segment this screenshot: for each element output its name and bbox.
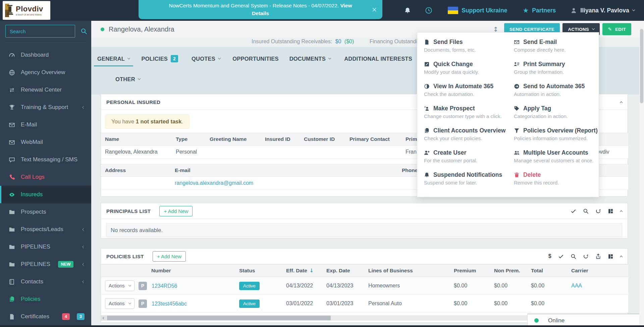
tab-general[interactable]: GENERAL — [94, 47, 133, 70]
menu-item-policies-overview-report[interactable]: Policies Overview (Report)Policies infor… — [514, 127, 599, 149]
eff-date: 04/13/2022 — [282, 277, 322, 295]
sidebar-item-webmail[interactable]: WebMail — [0, 133, 91, 151]
menu-item-send-files[interactable]: Send FilesDocuments, forms, etc. — [424, 39, 514, 61]
sidebar-item-dashboard[interactable]: Dashboard — [0, 46, 91, 64]
columns-icon[interactable] — [608, 208, 613, 214]
col-header[interactable]: Non Prem. — [490, 265, 527, 277]
tab-quotes[interactable]: QUOTES — [188, 47, 224, 70]
col-header[interactable]: E-mail — [171, 164, 398, 177]
agency-logo[interactable]: Plovdiv a touch of art and history — [3, 1, 50, 20]
tab-documents[interactable]: DOCUMENTS — [286, 47, 334, 70]
carrier-link[interactable]: AAA — [571, 283, 582, 288]
sidebar-item-agency-overview[interactable]: Agency Overview — [0, 64, 91, 81]
column-logo-icon — [5, 4, 14, 17]
receivables-paren[interactable]: ($0) — [344, 39, 354, 44]
notifications-bell-icon[interactable] — [404, 7, 411, 14]
menu-item-suspended-notifications[interactable]: Suspended NotificationsSuspend some for … — [424, 171, 514, 194]
col-header[interactable]: Premium — [450, 265, 490, 277]
vertical-scrollbar[interactable] — [639, 21, 644, 327]
col-header[interactable]: Status — [235, 265, 282, 277]
sidebar-item-insureds[interactable]: Insureds — [0, 186, 91, 203]
sidebar-item-pipelines[interactable]: PIPELINES — [0, 238, 91, 256]
menu-item-print-summary[interactable]: Print SummaryGroup the information. — [514, 61, 599, 83]
collapse-icon[interactable] — [620, 210, 623, 213]
receivables-value[interactable]: $0 — [335, 39, 341, 44]
sidebar-item-renewal-center[interactable]: Renewal Center — [0, 81, 91, 99]
multi-select-check-icon[interactable] — [558, 254, 564, 259]
multi-select-check-icon[interactable] — [571, 208, 576, 214]
sidebar-item-pipelines-new[interactable]: PIPELINESNEW — [0, 256, 91, 273]
user-menu[interactable]: Iliyana V. Pavlova — [571, 7, 635, 14]
insured-email-link[interactable]: rangelova.alexandra@gmail.com — [175, 180, 253, 186]
menu-item-create-user[interactable]: Create UserFor the customer portal. — [424, 149, 514, 171]
menu-item-multiple-user-accounts[interactable]: Multiple User AccountsManage several cus… — [514, 149, 599, 171]
col-header[interactable]: Lines of Business — [364, 265, 450, 277]
task-alert[interactable]: You have 1 not started task. — [105, 114, 190, 129]
collapse-icon[interactable] — [620, 101, 623, 104]
menu-item-send-to-automate-365[interactable]: Send to Automate 365Automation in action… — [514, 83, 599, 105]
row-actions-select[interactable]: Actions — [105, 280, 135, 291]
scroll-left-arrow[interactable] — [101, 315, 106, 321]
columns-icon[interactable] — [608, 254, 613, 259]
col-header[interactable]: Carrier — [567, 265, 628, 277]
expand-collapse-icon[interactable]: ↕ — [493, 25, 498, 33]
menu-item-delete[interactable]: DeleteRemove this record. — [514, 171, 599, 194]
history-clock-icon[interactable] — [425, 7, 432, 14]
menu-item-make-prospect[interactable]: Make ProspectChange customer type with a… — [424, 105, 514, 127]
menu-item-send-email[interactable]: Send E-mailCompose directly here. — [514, 39, 599, 61]
col-header[interactable]: Number — [135, 265, 235, 277]
col-header[interactable]: Total — [527, 265, 567, 277]
policy-number-link[interactable]: 1234RD56 — [152, 283, 177, 288]
chat-bubble-icon — [9, 157, 15, 163]
col-header[interactable]: Customer ID — [300, 133, 345, 146]
banner-close-icon[interactable]: × — [372, 5, 377, 14]
collapse-icon[interactable] — [620, 255, 623, 258]
menu-item-apply-tag[interactable]: Apply TagCategorization in action. — [514, 105, 599, 127]
row-actions-select[interactable]: Actions — [105, 298, 135, 309]
search-icon[interactable] — [80, 28, 87, 35]
export-icon[interactable] — [595, 254, 601, 259]
status-badge: Active — [239, 282, 260, 290]
col-header[interactable]: Address — [101, 164, 171, 177]
partners-link[interactable]: ★ Partners — [523, 6, 556, 14]
menu-item-quick-change[interactable]: Quick ChangeModify your data quickly. — [424, 61, 514, 83]
col-header-sorted[interactable]: Eff. Date↓ — [282, 265, 322, 277]
tab-policies[interactable]: POLICIES2 — [138, 47, 181, 70]
sidebar-item-certificates[interactable]: Certificates43 — [0, 308, 91, 325]
sidebar-item-prospects-leads[interactable]: Prospects/Leads — [0, 221, 91, 238]
money-icon[interactable]: $ — [548, 253, 551, 259]
search-icon[interactable] — [571, 254, 576, 259]
support-ukraine-link[interactable]: Support Ukraine — [448, 7, 507, 14]
sidebar-item-training-support[interactable]: Training & Support — [0, 99, 91, 116]
col-header[interactable]: Primary Contact — [345, 133, 401, 146]
add-policy-button[interactable]: + Add New — [153, 251, 186, 262]
add-principal-button[interactable]: + Add New — [159, 206, 193, 216]
col-header[interactable]: Greeting Name — [206, 133, 261, 146]
col-header[interactable]: Type — [172, 133, 206, 146]
refresh-icon[interactable] — [583, 254, 589, 259]
section-title: POLICIES LIST — [106, 254, 144, 259]
sidebar-item-text-messaging[interactable]: Text Messaging / SMS — [0, 151, 91, 168]
sidebar-item-email[interactable]: E-Mail — [0, 116, 91, 133]
col-header[interactable]: Name — [101, 133, 172, 146]
sidebar-item-call-logs[interactable]: Call Logs — [0, 168, 91, 186]
scrollbar-thumb[interactable] — [107, 316, 331, 320]
edit-button[interactable]: ✎EDIT — [602, 23, 631, 35]
refresh-icon[interactable] — [595, 208, 601, 214]
chat-widget[interactable]: Online — [527, 314, 644, 327]
policy-number-link[interactable]: 123test456abc — [152, 301, 187, 306]
menu-item-view-in-automate-365[interactable]: View In Automate 365Check the automation… — [424, 83, 514, 105]
sidebar-item-contacts[interactable]: Contacts — [0, 273, 91, 290]
tab-opportunities[interactable]: OPPORTUNITIES — [229, 47, 282, 70]
tab-additional-interests[interactable]: ADDITIONAL INTERESTS — [341, 47, 416, 70]
tab-other[interactable]: OTHER — [112, 70, 144, 88]
scrollbar-thumb[interactable] — [640, 29, 643, 103]
menu-item-client-accounts-overview[interactable]: Client Accounts OverviewCheck your clien… — [424, 127, 514, 149]
search-icon[interactable] — [583, 208, 589, 214]
col-header[interactable]: Insured ID — [261, 133, 300, 146]
col-header[interactable]: Exp. Date — [322, 265, 364, 277]
search-input[interactable] — [5, 25, 75, 38]
folder-icon — [9, 244, 15, 250]
sidebar-item-policies[interactable]: Policies — [0, 290, 91, 308]
sidebar-item-prospects[interactable]: Prospects — [0, 203, 91, 221]
